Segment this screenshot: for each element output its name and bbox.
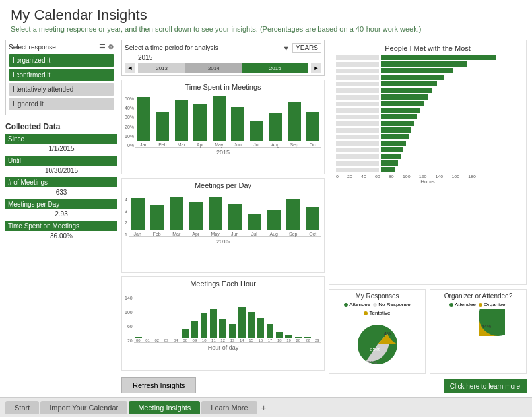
bar-month-label: Jun bbox=[234, 143, 242, 147]
legend-tentative: Tentative bbox=[364, 310, 390, 316]
bar-month-label: Aug bbox=[271, 143, 279, 147]
bar bbox=[175, 100, 188, 141]
people-bar-row bbox=[336, 88, 519, 93]
person-name bbox=[336, 141, 379, 146]
timeline-2015[interactable]: 2015 bbox=[242, 63, 308, 73]
hour-bar bbox=[219, 319, 226, 338]
people-met-title: People I Met with the Most bbox=[333, 44, 522, 52]
hour-bar-group: 00 bbox=[134, 296, 143, 342]
person-name bbox=[336, 95, 379, 100]
bar-month-label: Feb bbox=[158, 143, 166, 147]
bottom-right: My Responses Attendee No Response bbox=[329, 289, 527, 393]
filter-time-icon[interactable]: ▼ bbox=[283, 44, 290, 52]
hour-bar bbox=[191, 321, 199, 338]
people-bar-fill bbox=[381, 101, 424, 106]
bottom-tabs: Start Import Your Calendar Meeting Insig… bbox=[0, 397, 532, 417]
meetings-per-day-chart-box: Meetings per Day 4 3 2 1 JanFebMarAprMay… bbox=[121, 178, 325, 273]
people-bar-fill bbox=[381, 167, 395, 172]
page-subtitle: Select a meeting response or year, and t… bbox=[11, 25, 521, 33]
bar-group: Oct bbox=[305, 96, 322, 147]
person-name bbox=[336, 102, 379, 106]
response-ignored[interactable]: I ignored it bbox=[9, 98, 114, 110]
people-bar-fill bbox=[381, 154, 401, 159]
hour-label: 09 bbox=[193, 338, 197, 342]
people-bar-row bbox=[336, 154, 519, 159]
people-bar-fill bbox=[381, 68, 453, 73]
hour-label: 13 bbox=[230, 338, 235, 342]
hour-label: 23 bbox=[315, 338, 319, 342]
people-bar-fill bbox=[381, 134, 409, 139]
until-value: 10/30/2015 bbox=[5, 166, 117, 175]
mpd-bar bbox=[228, 204, 242, 231]
learn-more-row: Click here to learn more bbox=[329, 377, 527, 393]
hour-bar bbox=[210, 309, 217, 338]
time-spent-value: 36.00% bbox=[5, 232, 117, 240]
hour-bar-group: 23 bbox=[313, 296, 321, 342]
mpd-bar-group: Feb bbox=[148, 197, 166, 236]
refresh-button[interactable]: Refresh Insights bbox=[121, 377, 196, 393]
mpd-bar bbox=[170, 197, 183, 230]
person-name bbox=[336, 168, 379, 172]
people-bar-row bbox=[336, 121, 519, 126]
years-badge[interactable]: YEARS bbox=[292, 43, 321, 53]
tab-start[interactable]: Start bbox=[5, 401, 39, 414]
time-spent-chart: 50% 40% 30% 20% 10% 0% JanFebMarAprMayJu… bbox=[125, 94, 321, 148]
prev-arrow[interactable]: ◄ bbox=[125, 63, 135, 73]
people-bar-row bbox=[336, 101, 519, 106]
settings-icon[interactable]: ⚙ bbox=[108, 43, 114, 51]
bar bbox=[269, 113, 282, 141]
response-tentative[interactable]: I tentatively attended bbox=[9, 83, 114, 96]
timeline-2014[interactable]: 2014 bbox=[185, 63, 242, 73]
add-tab-button[interactable]: + bbox=[261, 402, 267, 413]
timeline-bar[interactable]: 2013 2014 2015 bbox=[138, 63, 308, 73]
hour-bar bbox=[238, 307, 246, 338]
response-confirmed[interactable]: I confirmed it bbox=[9, 69, 114, 81]
legend-organizer: Organizer bbox=[479, 302, 507, 307]
hour-label: 11 bbox=[211, 338, 216, 342]
bar bbox=[213, 96, 226, 141]
people-bar-row bbox=[336, 61, 519, 67]
time-spent-chart-title: Time Spent in Meetings bbox=[125, 83, 321, 91]
svg-text:44%: 44% bbox=[482, 324, 491, 329]
header-icons: ☰ ⚙ bbox=[99, 43, 114, 51]
bar bbox=[193, 104, 207, 141]
timeline-2013[interactable]: 2013 bbox=[138, 63, 185, 73]
hour-bar-group: 01 bbox=[143, 296, 152, 342]
mpd-bar bbox=[150, 205, 164, 230]
organizer-attendee-box: Organizer or Attendee? Attendee Organize… bbox=[430, 289, 527, 374]
hour-label: 02 bbox=[155, 338, 160, 342]
tab-import[interactable]: Import Your Calendar bbox=[40, 401, 127, 414]
learn-more-button[interactable]: Click here to learn more bbox=[444, 379, 527, 393]
mpd-bar-group: Jan bbox=[129, 197, 147, 236]
mpd-bar bbox=[209, 197, 222, 230]
svg-text:56%: 56% bbox=[469, 341, 479, 347]
select-response-label: Select response bbox=[9, 44, 56, 51]
tab-meeting-insights[interactable]: Meeting Insights bbox=[129, 401, 200, 414]
meetings-label: # of Meetings bbox=[5, 177, 117, 187]
time-spent-label: Time Spent on Meetings bbox=[5, 221, 117, 231]
mpd-month-label: Jan bbox=[134, 232, 141, 236]
my-responses-pie: 65% 31% 4% bbox=[332, 318, 422, 371]
mpd-bar-group: Mar bbox=[168, 197, 185, 236]
filter-icon[interactable]: ☰ bbox=[99, 43, 106, 51]
hour-label: 18 bbox=[277, 338, 282, 342]
hour-label: 16 bbox=[258, 338, 263, 342]
bar-month-label: Apr bbox=[197, 143, 204, 147]
bar-group: Apr bbox=[192, 96, 209, 147]
bar-month-label: Sep bbox=[290, 143, 298, 147]
people-bar-row bbox=[336, 94, 519, 100]
next-arrow[interactable]: ► bbox=[311, 63, 321, 73]
person-name bbox=[336, 115, 379, 119]
meetings-per-day-label: Meetings per Day bbox=[5, 199, 117, 209]
response-organized[interactable]: I organized it bbox=[9, 54, 114, 67]
right-panel: People I Met with the Most 0 20 40 60 80… bbox=[329, 40, 527, 393]
tab-learn-more[interactable]: Learn More bbox=[201, 401, 257, 414]
legend-no-response: No Response bbox=[373, 302, 410, 307]
people-bar-fill bbox=[381, 127, 411, 133]
meetings-value: 633 bbox=[5, 188, 117, 197]
since-label: Since bbox=[5, 134, 117, 144]
hour-label: 12 bbox=[220, 338, 225, 342]
people-bar-fill bbox=[381, 108, 420, 113]
hour-bar-group: 10 bbox=[200, 296, 209, 342]
hour-label: 20 bbox=[296, 338, 300, 342]
